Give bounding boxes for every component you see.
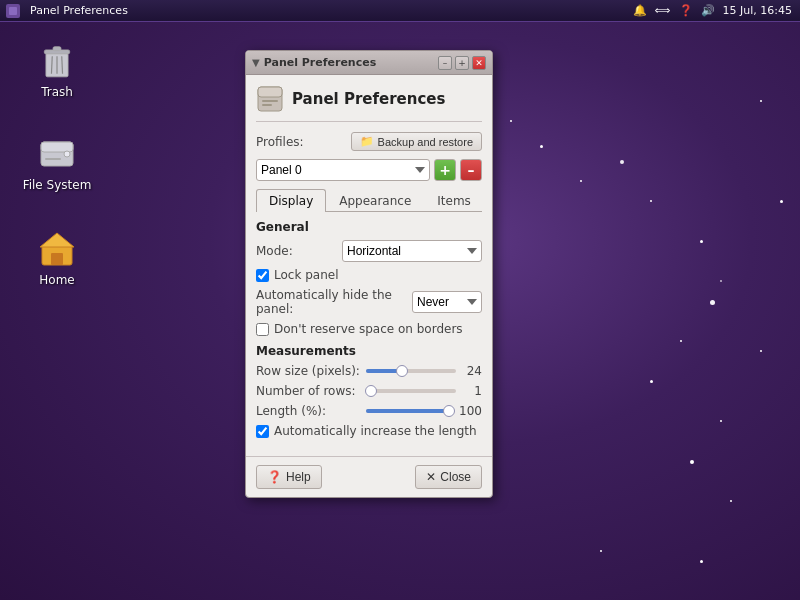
general-section-title: General: [256, 220, 482, 234]
length-thumb[interactable]: [443, 405, 455, 417]
desktop-icon-filesystem[interactable]: File System: [17, 130, 97, 196]
dialog-body: Panel Preferences Profiles: 📁 Backup and…: [246, 75, 492, 454]
svg-line-4: [51, 56, 52, 73]
panel-preferences-dialog: ▼ Panel Preferences – + ✕: [245, 50, 493, 498]
row-size-slider[interactable]: [366, 369, 456, 373]
panel-remove-button[interactable]: –: [460, 159, 482, 181]
length-value: 100: [459, 404, 482, 418]
length-row: Length (%): 100: [256, 404, 482, 418]
mode-select[interactable]: Horizontal Vertical Deskbar: [342, 240, 482, 262]
svg-rect-16: [262, 100, 278, 102]
close-button[interactable]: ✕ Close: [415, 465, 482, 489]
lock-panel-checkbox[interactable]: [256, 269, 269, 282]
row-size-row: Row size (pixels): 24: [256, 364, 482, 378]
num-rows-slider[interactable]: [366, 389, 456, 393]
svg-rect-10: [45, 158, 61, 160]
desktop-icon-home[interactable]: Home: [17, 225, 97, 291]
svg-rect-13: [51, 253, 63, 265]
titlebar-controls: – + ✕: [438, 56, 486, 70]
svg-marker-12: [40, 233, 74, 247]
desktop-icon-trash[interactable]: Trash: [17, 37, 97, 103]
reserve-space-label[interactable]: Don't reserve space on borders: [274, 322, 463, 336]
lock-panel-label[interactable]: Lock panel: [274, 268, 338, 282]
taskbar-title: Panel Preferences: [24, 4, 134, 17]
svg-line-6: [62, 56, 63, 73]
clock: 15 Jul, 16:45: [723, 4, 792, 17]
dialog-header: Panel Preferences: [256, 85, 482, 122]
filesystem-label: File System: [23, 178, 92, 192]
length-slider[interactable]: [366, 409, 453, 413]
panel-select[interactable]: Panel 0: [256, 159, 430, 181]
taskbar-left: Panel Preferences: [0, 4, 140, 18]
network-icon: ⟺: [655, 4, 671, 17]
svg-rect-15: [258, 87, 282, 97]
dialog-header-icon: [256, 85, 284, 113]
backup-btn-label: Backup and restore: [378, 136, 473, 148]
num-rows-value: 1: [462, 384, 482, 398]
titlebar-title: Panel Preferences: [264, 56, 377, 69]
auto-hide-select[interactable]: Never Always Intelligently: [412, 291, 482, 313]
backup-icon: 📁: [360, 135, 374, 148]
maximize-button[interactable]: +: [455, 56, 469, 70]
help-button[interactable]: ❓ Help: [256, 465, 322, 489]
auto-length-checkbox[interactable]: [256, 425, 269, 438]
tabs-bar: Display Appearance Items: [256, 189, 482, 212]
home-label: Home: [39, 273, 74, 287]
svg-rect-3: [53, 47, 61, 51]
measurements-section: Measurements Row size (pixels): 24 Numbe…: [256, 344, 482, 438]
svg-point-9: [64, 151, 70, 157]
svg-rect-8: [41, 142, 73, 152]
length-label: Length (%):: [256, 404, 366, 418]
help-icon-taskbar: ❓: [679, 4, 693, 17]
desktop: Panel Preferences 🔔 ⟺ ❓ 🔊 15 Jul, 16:45: [0, 0, 800, 600]
mode-label: Mode:: [256, 244, 336, 258]
num-rows-thumb[interactable]: [365, 385, 377, 397]
backup-restore-button[interactable]: 📁 Backup and restore: [351, 132, 482, 151]
mode-row: Mode: Horizontal Vertical Deskbar: [256, 240, 482, 262]
minimize-button[interactable]: –: [438, 56, 452, 70]
length-fill: [366, 409, 453, 413]
num-rows-row: Number of rows: 1: [256, 384, 482, 398]
trash-icon: [37, 41, 77, 81]
auto-hide-row: Automatically hide the panel: Never Alwa…: [256, 288, 482, 316]
taskbar-app-icon: [6, 4, 20, 18]
row-size-value: 24: [462, 364, 482, 378]
tab-items[interactable]: Items: [424, 189, 484, 212]
auto-hide-label: Automatically hide the panel:: [256, 288, 406, 316]
panel-add-button[interactable]: +: [434, 159, 456, 181]
svg-rect-17: [262, 104, 272, 106]
filesystem-icon: [37, 134, 77, 174]
num-rows-label: Number of rows:: [256, 384, 366, 398]
svg-rect-0: [9, 7, 17, 15]
dialog-footer: ❓ Help ✕ Close: [246, 456, 492, 497]
reserve-space-checkbox[interactable]: [256, 323, 269, 336]
trash-label: Trash: [41, 85, 73, 99]
panel-selector-row: Panel 0 + –: [256, 159, 482, 181]
auto-length-row: Automatically increase the length: [256, 424, 482, 438]
dialog-titlebar: ▼ Panel Preferences – + ✕: [246, 51, 492, 75]
help-icon: ❓: [267, 470, 282, 484]
lock-panel-row: Lock panel: [256, 268, 482, 282]
profiles-row: Profiles: 📁 Backup and restore: [256, 132, 482, 151]
tab-appearance[interactable]: Appearance: [326, 189, 424, 212]
profiles-label: Profiles:: [256, 135, 304, 149]
taskbar: Panel Preferences 🔔 ⟺ ❓ 🔊 15 Jul, 16:45: [0, 0, 800, 22]
close-icon: ✕: [426, 470, 436, 484]
home-icon: [37, 229, 77, 269]
auto-length-label[interactable]: Automatically increase the length: [274, 424, 477, 438]
dialog-header-title: Panel Preferences: [292, 90, 445, 108]
notification-icon: 🔔: [633, 4, 647, 17]
reserve-space-row: Don't reserve space on borders: [256, 322, 482, 336]
volume-icon: 🔊: [701, 4, 715, 17]
titlebar-left: ▼ Panel Preferences: [252, 56, 376, 69]
titlebar-menu-icon: ▼: [252, 57, 260, 68]
measurements-title: Measurements: [256, 344, 482, 358]
taskbar-right: 🔔 ⟺ ❓ 🔊 15 Jul, 16:45: [625, 4, 800, 17]
row-size-label: Row size (pixels):: [256, 364, 366, 378]
row-size-thumb[interactable]: [396, 365, 408, 377]
window-close-button[interactable]: ✕: [472, 56, 486, 70]
tab-display[interactable]: Display: [256, 189, 326, 212]
